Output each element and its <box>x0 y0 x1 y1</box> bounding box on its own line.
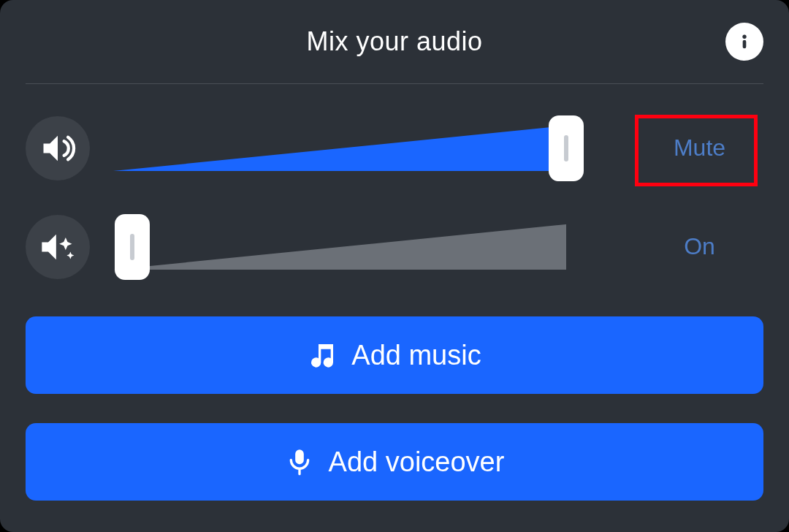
effects-audio-thumb[interactable] <box>115 214 150 280</box>
add-music-button[interactable]: Add music <box>26 316 763 394</box>
info-icon <box>734 31 755 52</box>
info-button[interactable] <box>725 23 763 61</box>
svg-point-0 <box>742 35 746 39</box>
main-audio-row: Mute <box>26 113 763 183</box>
main-audio-track-fill <box>113 126 566 171</box>
action-buttons: Add music Add voiceover <box>0 311 789 501</box>
main-audio-icon-wrap[interactable] <box>26 116 90 180</box>
add-music-label: Add music <box>351 340 481 371</box>
music-note-icon <box>308 341 337 370</box>
speaker-icon <box>39 129 77 167</box>
page-title: Mix your audio <box>306 26 482 57</box>
microphone-icon <box>285 447 314 476</box>
main-audio-thumb[interactable] <box>549 115 584 181</box>
svg-rect-1 <box>743 40 747 49</box>
audio-mix-panel: Mix your audio Mute <box>0 0 789 532</box>
add-voiceover-button[interactable]: Add voiceover <box>26 423 763 501</box>
effects-audio-track <box>113 224 566 270</box>
add-voiceover-label: Add voiceover <box>329 446 505 478</box>
header: Mix your audio <box>26 0 763 84</box>
mute-button[interactable]: Mute <box>636 134 763 162</box>
effects-audio-slider[interactable] <box>113 214 621 280</box>
effects-on-button[interactable]: On <box>636 233 763 260</box>
speaker-sparkle-icon <box>39 228 77 266</box>
effects-audio-row: On <box>26 212 763 281</box>
slider-controls: Mute On <box>0 84 789 281</box>
effects-audio-icon-wrap[interactable] <box>26 215 90 279</box>
main-audio-slider[interactable] <box>113 115 621 181</box>
